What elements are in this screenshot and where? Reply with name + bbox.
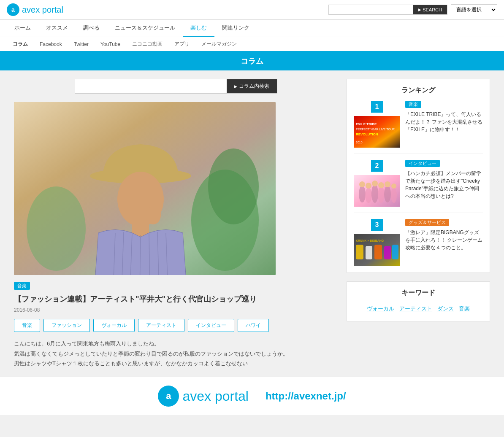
page-title-bar: コラム [0,52,504,70]
logo-letter: a [11,6,15,13]
article-body: こんにちは。6月に入って関東地方も梅雨入りしましたね。 気温は高くなくてもジメっ… [14,339,338,368]
svg-point-22 [359,186,366,202]
svg-point-33 [391,183,396,189]
svg-text:PERFECT YEAR LIVE TOUR: PERFECT YEAR LIVE TOUR [356,128,395,131]
svg-rect-36 [356,245,363,259]
svg-point-24 [371,184,378,203]
nav-item-osusume[interactable]: オススメ [38,20,76,37]
article-title: 【ファッション連載】アーティスト"平井大"と行く代官山ショップ巡り [14,294,338,305]
rank-number-2: 2 [371,160,383,172]
column-search: コラム内検索 [75,79,277,94]
nav-item-tanoshimu[interactable]: 楽しむ [183,20,214,37]
logo-icon: a [7,3,19,16]
svg-point-14 [27,186,86,271]
footer-logo: a avex portal [158,386,249,407]
rank-info-2: インタビュー 【ハンカチ必須】メンバーの留学で新たな一歩を踏み出す"Cheeky… [405,160,483,207]
column-search-button[interactable]: コラム内検索 [227,79,277,93]
tag-interview[interactable]: インタビュー [188,319,234,332]
rank-category-3: グッズ＆サービス [405,219,449,226]
language-select[interactable]: 言語を選択 [451,4,497,15]
sub-nav-app[interactable]: アプリ [168,37,195,51]
rank-thumb-3: KRUNK × BIGBANG [354,234,400,266]
page-title: コラム [241,57,263,65]
nav-item-home[interactable]: ホーム [7,20,38,37]
svg-point-29 [366,183,371,189]
keyword-artist[interactable]: アーティスト [399,305,432,313]
sub-nav-mailmag[interactable]: メールマガジン [195,37,243,51]
tag-vocal[interactable]: ヴォーカル [93,319,135,332]
ranking-item-2: 2 [354,160,483,213]
rank-category-1: 音楽 [405,101,421,108]
sub-nav-facebook[interactable]: Facebook [34,38,68,51]
tag-music[interactable]: 音楽 [14,319,40,332]
footer-url: http://avexnet.jp/ [266,390,346,402]
header: a avex portal SEARCH 言語を選択 [0,0,504,20]
svg-point-30 [372,181,378,186]
sidebar: ランキング 1 [347,79,490,368]
sub-nav-niconico[interactable]: ニコニコ動画 [126,37,168,51]
rank-title-2: 【ハンカチ必須】メンバーの留学で新たな一歩を踏み出す"Cheeky Parade… [405,170,483,200]
svg-text:KRUNK × BIGBANG: KRUNK × BIGBANG [356,239,384,242]
rank-thumb-image-3: KRUNK × BIGBANG [354,234,400,266]
ranking-item-1: 1 [354,101,483,154]
footer-logo-letter: a [166,391,171,402]
main-nav: ホーム オススメ 調べる ニュース＆スケジュール 楽しむ 関連リンク [0,20,504,37]
rank-thumb-image-1: EXILE TRIBE PERFECT YEAR LIVE TOUR REVOL… [354,116,400,148]
keyword-dance[interactable]: ダンス [437,305,454,313]
rank-num-col-3: 3 [354,219,400,266]
rank-num-col-2: 2 [354,160,400,207]
svg-text:EXILE TRIBE: EXILE TRIBE [356,122,377,126]
footer-logo-text: avex portal [182,388,249,404]
article-body-line-3: 男性はシャツやTシャツ１枚になることも多いと思いますが、なかなかカッコよく着こな… [14,359,338,368]
keyword-music[interactable]: 音楽 [459,305,470,313]
logo-text: avex portal [22,5,63,15]
footer-logo-icon: a [158,386,179,407]
article-body-line-1: こんにちは。6月に入って関東地方も梅雨入りしましたね。 [14,339,338,348]
svg-point-27 [391,188,397,203]
svg-point-25 [378,187,385,203]
rank-number-1: 1 [371,101,383,113]
header-search-bar: SEARCH [328,5,447,15]
rank-info-1: 音楽 「EXILE TRIBE」って、何人いるんだよ！？ ファンを大混乱させる「… [405,101,483,148]
keywords-section: キーワード ヴォーカル アーティスト ダンス 音楽 [347,281,490,321]
nav-item-shiraberu[interactable]: 調べる [76,20,107,37]
logo: a avex portal [7,3,63,16]
rank-number-3: 3 [371,219,383,231]
rank-thumb-1: EXILE TRIBE PERFECT YEAR LIVE TOUR REVOL… [354,116,400,148]
header-search-input[interactable] [329,5,413,14]
svg-point-11 [146,206,161,224]
rank-num-col-1: 1 [354,101,400,148]
article-date: 2016-06-08 [14,307,338,313]
ranking-section: ランキング 1 [347,79,490,273]
svg-rect-38 [374,245,382,259]
svg-text:REVOLUTION: REVOLUTION [356,132,378,136]
sub-nav: コラム Facebook Twitter YouTube ニコニコ動画 アプリ … [0,37,504,52]
rank-category-2: インタビュー [405,160,440,167]
nav-item-links[interactable]: 関連リンク [214,20,257,37]
rank-title-3: 「激レア」限定BIGBANGグッズを手に入れろ！！ クレーンゲーム攻略に必要な４… [405,229,483,251]
svg-rect-39 [384,246,391,259]
svg-point-26 [384,186,391,202]
rank-title-1: 「EXILE TRIBE」って、何人いるんだよ！？ ファンを大混乱させる「EXI… [405,111,483,133]
keyword-vocal[interactable]: ヴォーカル [367,305,394,313]
column-search-input[interactable] [75,79,227,93]
rank-info-3: グッズ＆サービス 「激レア」限定BIGBANGグッズを手に入れろ！！ クレーンゲ… [405,219,483,266]
svg-point-28 [359,181,365,187]
content-wrapper: コラム内検索 [7,70,497,377]
svg-point-31 [378,182,384,188]
sub-nav-column[interactable]: コラム [7,37,34,51]
nav-item-news[interactable]: ニュース＆スケジュール [107,20,183,37]
svg-point-23 [365,188,372,203]
tag-fashion[interactable]: ファッション [43,319,90,332]
tag-hawaii[interactable]: ハワイ [238,319,269,332]
keywords-list: ヴォーカル アーティスト ダンス 音楽 [354,303,483,314]
header-right: SEARCH 言語を選択 [328,4,497,15]
sub-nav-twitter[interactable]: Twitter [68,38,95,51]
main-content: コラム内検索 [14,79,338,368]
sub-nav-youtube[interactable]: YouTube [95,38,126,51]
header-search-button[interactable]: SEARCH [413,5,447,14]
tag-artist[interactable]: アーティスト [138,319,184,332]
svg-text:2015: 2015 [356,141,363,144]
svg-rect-40 [392,245,398,259]
rank-thumb-image-2 [354,175,400,207]
